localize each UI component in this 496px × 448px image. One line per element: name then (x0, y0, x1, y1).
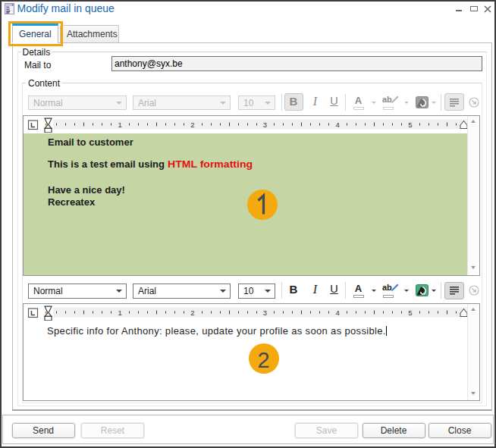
svg-text:4: 4 (336, 309, 340, 317)
svg-text:5: 5 (408, 309, 412, 317)
svg-text:3: 3 (263, 309, 267, 317)
svg-text:1: 1 (118, 309, 121, 317)
svg-text:5: 5 (408, 121, 412, 129)
svg-text:1: 1 (118, 121, 121, 129)
svg-text:2: 2 (190, 309, 194, 317)
svg-text:4: 4 (336, 121, 340, 129)
svg-text:3: 3 (263, 121, 267, 129)
svg-text:2: 2 (190, 121, 194, 129)
